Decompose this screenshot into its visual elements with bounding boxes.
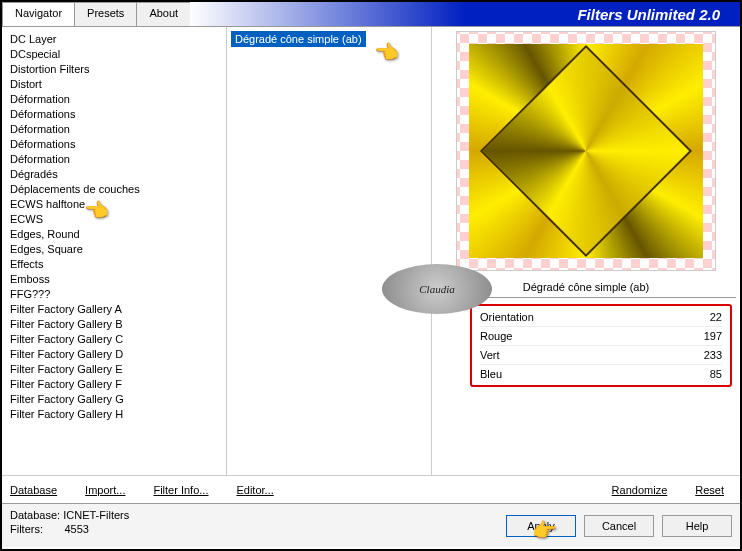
category-item[interactable]: Dégradés xyxy=(8,166,220,181)
category-item[interactable]: Filter Factory Gallery A xyxy=(8,301,220,316)
tab-about[interactable]: About xyxy=(136,2,191,26)
category-item[interactable]: Filter Factory Gallery E xyxy=(8,361,220,376)
category-item[interactable]: Déplacements de couches xyxy=(8,181,220,196)
preview-image xyxy=(456,31,716,271)
db-label: Database: xyxy=(10,509,60,521)
randomize-button[interactable]: Randomize xyxy=(612,484,668,496)
category-item[interactable]: Emboss xyxy=(8,271,220,286)
category-item[interactable]: Filter Factory Gallery B xyxy=(8,316,220,331)
status-info: Database: ICNET-Filters Filters: 4553 xyxy=(10,508,506,543)
pointer-icon: 👉 xyxy=(532,518,557,542)
reset-button[interactable]: Reset xyxy=(695,484,724,496)
header: Navigator Presets About Filters Unlimite… xyxy=(2,2,740,26)
help-button[interactable]: Help xyxy=(662,515,732,537)
filterinfo-button[interactable]: Filter Info... xyxy=(153,484,208,496)
parameters-box: Orientation 22 Rouge 197 Vert 233 Bleu 8… xyxy=(470,304,732,387)
param-value: 197 xyxy=(704,330,722,342)
category-item[interactable]: Déformation xyxy=(8,121,220,136)
filter-item-selected[interactable]: Dégradé cône simple (ab) xyxy=(231,31,366,47)
param-value: 22 xyxy=(710,311,722,323)
editor-button[interactable]: Editor... xyxy=(236,484,273,496)
category-item[interactable]: ECWS halftone xyxy=(8,196,220,211)
status-bar: Database: ICNET-Filters Filters: 4553 Ap… xyxy=(2,503,740,547)
database-button[interactable]: Database xyxy=(10,484,57,496)
content: DC Layer DCspecial Distortion Filters Di… xyxy=(2,26,740,475)
preview-panel: Dégradé cône simple (ab) Orientation 22 … xyxy=(432,27,740,475)
param-rouge[interactable]: Rouge 197 xyxy=(480,327,722,346)
category-item[interactable]: Filter Factory Gallery G xyxy=(8,391,220,406)
category-item[interactable]: ECWS xyxy=(8,211,220,226)
category-item[interactable]: DCspecial xyxy=(8,46,220,61)
watermark: Claudia xyxy=(382,264,492,314)
app-window: Navigator Presets About Filters Unlimite… xyxy=(0,0,742,551)
category-item[interactable]: Déformations xyxy=(8,136,220,151)
category-item[interactable]: DC Layer xyxy=(8,31,220,46)
param-label: Orientation xyxy=(480,311,534,323)
param-bleu[interactable]: Bleu 85 xyxy=(480,365,722,383)
import-button[interactable]: Import... xyxy=(85,484,125,496)
pointer-icon: 👈 xyxy=(374,40,399,64)
param-label: Vert xyxy=(480,349,500,361)
title-bar: Filters Unlimited 2.0 xyxy=(190,2,740,26)
cancel-button[interactable]: Cancel xyxy=(584,515,654,537)
db-value: ICNET-Filters xyxy=(63,509,129,521)
param-vert[interactable]: Vert 233 xyxy=(480,346,722,365)
category-item[interactable]: Effects xyxy=(8,256,220,271)
category-item[interactable]: Edges, Round xyxy=(8,226,220,241)
category-item[interactable]: Filter Factory Gallery D xyxy=(8,346,220,361)
category-list: DC Layer DCspecial Distortion Filters Di… xyxy=(2,27,226,425)
tabs: Navigator Presets About xyxy=(2,2,190,26)
category-item[interactable]: Déformations xyxy=(8,106,220,121)
toolbar: Database Import... Filter Info... Editor… xyxy=(2,475,740,503)
category-item[interactable]: Distort xyxy=(8,76,220,91)
filters-value: 4553 xyxy=(64,523,88,535)
param-value: 233 xyxy=(704,349,722,361)
category-item[interactable]: Filter Factory Gallery C xyxy=(8,331,220,346)
category-item[interactable]: Distortion Filters xyxy=(8,61,220,76)
category-sidebar[interactable]: DC Layer DCspecial Distortion Filters Di… xyxy=(2,27,227,475)
filters-label: Filters: xyxy=(10,523,43,535)
category-item[interactable]: Déformation xyxy=(8,91,220,106)
category-item[interactable]: Filter Factory Gallery F xyxy=(8,376,220,391)
param-label: Bleu xyxy=(480,368,502,380)
tab-presets[interactable]: Presets xyxy=(74,2,137,26)
param-label: Rouge xyxy=(480,330,512,342)
category-item[interactable]: Filter Factory Gallery H xyxy=(8,406,220,421)
tab-navigator[interactable]: Navigator xyxy=(2,2,75,26)
filter-panel: Dégradé cône simple (ab) xyxy=(227,27,432,475)
param-value: 85 xyxy=(710,368,722,380)
param-orientation[interactable]: Orientation 22 xyxy=(480,308,722,327)
pointer-icon: 👈 xyxy=(84,198,109,222)
category-item[interactable]: FFG??? xyxy=(8,286,220,301)
category-item[interactable]: Déformation xyxy=(8,151,220,166)
category-item[interactable]: Edges, Square xyxy=(8,241,220,256)
